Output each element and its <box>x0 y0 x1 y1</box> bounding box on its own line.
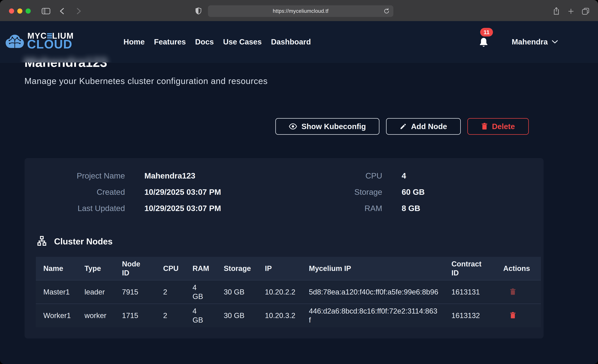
col-storage: Storage <box>216 257 257 280</box>
url-text: https://myceliumcloud.tf <box>273 8 329 14</box>
col-contract-id: Contract ID <box>444 257 496 280</box>
ram-value: 8 GB <box>402 204 518 213</box>
storage-label: Storage <box>351 188 382 197</box>
delete-node-button[interactable] <box>510 312 516 319</box>
forward-icon[interactable] <box>76 8 82 14</box>
cell-ram: 4 GB <box>185 304 216 327</box>
cluster-actions: Show Kubeconfig Add Node Delete <box>25 118 529 135</box>
new-tab-icon[interactable] <box>568 8 574 15</box>
col-ram: RAM <box>185 257 216 280</box>
project-name-value: Mahendra123 <box>144 171 332 181</box>
cell-name: Master1 <box>36 280 77 304</box>
created-value: 10/29/2025 03:07 PM <box>144 188 332 197</box>
cluster-details-card: Project Name Mahendra123 CPU 4 Created 1… <box>25 158 544 339</box>
cpu-value: 4 <box>402 171 518 181</box>
share-icon[interactable] <box>553 7 560 15</box>
col-actions: Actions <box>496 257 541 280</box>
created-label: Created <box>35 188 125 197</box>
nodes-table: Name Type Node ID CPU RAM Storage IP Myc… <box>36 257 541 327</box>
close-window-button[interactable] <box>9 8 14 14</box>
cell-storage: 30 GB <box>216 280 257 304</box>
cell-mycelium-ip: 446:d2a6:8bcd:8c16:ff0f:72e2:3114:863f <box>301 304 444 327</box>
browser-chrome: https://myceliumcloud.tf <box>0 0 598 21</box>
trash-icon <box>481 123 488 130</box>
col-cpu: CPU <box>156 257 185 280</box>
cell-ram: 4 GB <box>185 280 216 304</box>
reload-icon[interactable] <box>383 8 390 15</box>
delete-cluster-button[interactable]: Delete <box>467 118 529 135</box>
mycelium-cloud-logo-icon[interactable] <box>5 34 25 49</box>
cell-contract-id: 1613132 <box>444 304 496 327</box>
col-node-id: Node ID <box>115 257 156 280</box>
nav-use-cases[interactable]: Use Cases <box>223 38 262 46</box>
page-title-ghost: Mahendra123 <box>25 56 107 63</box>
node-row-worker1: Worker1 worker 1715 2 4 GB 30 GB 10.20.3… <box>36 304 541 327</box>
delete-node-button[interactable] <box>510 288 516 296</box>
cell-ip: 10.20.2.2 <box>257 280 301 304</box>
notifications-button[interactable]: 11 <box>479 37 494 49</box>
delete-label: Delete <box>492 122 515 131</box>
notification-count-badge: 11 <box>480 28 493 36</box>
add-node-button[interactable]: Add Node <box>386 118 461 135</box>
cell-type: leader <box>77 280 115 304</box>
project-name-label: Project Name <box>35 171 125 181</box>
node-row-master1: Master1 leader 7915 2 4 GB 30 GB 10.20.2… <box>36 280 541 304</box>
cell-type: worker <box>77 304 115 327</box>
nodes-table-header: Name Type Node ID CPU RAM Storage IP Myc… <box>36 257 541 280</box>
cell-contract-id: 1613131 <box>444 280 496 304</box>
page-subtitle: Manage your Kubernetes cluster configura… <box>25 76 268 86</box>
cell-actions <box>496 304 541 327</box>
pencil-icon <box>400 123 407 130</box>
ram-label: RAM <box>351 204 382 213</box>
cell-ip: 10.20.3.2 <box>257 304 301 327</box>
back-icon[interactable] <box>59 8 65 14</box>
chevron-down-icon <box>552 40 558 44</box>
nav-dashboard[interactable]: Dashboard <box>271 38 311 46</box>
privacy-shield-icon[interactable] <box>195 8 201 14</box>
nav-home[interactable]: Home <box>124 38 145 46</box>
nav-features[interactable]: Features <box>154 38 186 46</box>
address-bar[interactable]: https://myceliumcloud.tf <box>208 5 393 17</box>
cell-actions <box>496 280 541 304</box>
trash-icon <box>510 312 516 319</box>
col-mycelium-ip: Mycelium IP <box>301 257 444 280</box>
col-name: Name <box>36 257 77 280</box>
cluster-info: Project Name Mahendra123 CPU 4 Created 1… <box>35 171 518 213</box>
cell-cpu: 2 <box>156 304 185 327</box>
user-menu[interactable]: Mahendra <box>512 21 558 63</box>
last-updated-label: Last Updated <box>35 204 125 213</box>
network-nodes-icon <box>36 236 48 247</box>
cluster-nodes-section-header: Cluster Nodes <box>36 236 113 247</box>
show-kubeconfig-label: Show Kubeconfig <box>301 122 366 131</box>
cell-storage: 30 GB <box>216 304 257 327</box>
eye-icon <box>289 124 297 129</box>
tab-overview-icon[interactable] <box>582 8 589 15</box>
cpu-label: CPU <box>351 171 382 181</box>
cell-name: Worker1 <box>36 304 77 327</box>
zoom-window-button[interactable] <box>25 8 31 14</box>
cell-cpu: 2 <box>156 280 185 304</box>
user-name: Mahendra <box>512 37 548 46</box>
cell-node-id: 7915 <box>115 280 156 304</box>
minimize-window-button[interactable] <box>17 8 22 14</box>
browser-window: https://myceliumcloud.tf Mahendra123 Man… <box>0 0 598 364</box>
show-kubeconfig-button[interactable]: Show Kubeconfig <box>275 118 379 135</box>
nav-links: Home Features Docs Use Cases Dashboard <box>124 21 311 63</box>
trash-icon <box>510 288 516 295</box>
add-node-label: Add Node <box>411 122 447 131</box>
site-navbar: Mahendra123 MYCLIUM CLOUD Home Features … <box>0 21 598 63</box>
col-type: Type <box>77 257 115 280</box>
page-viewport: Mahendra123 Manage your Kubernetes clust… <box>0 21 598 364</box>
cell-mycelium-ip: 5d8:78ea:a120:f40c:ff0f:a5fe:99e6:8b96 <box>301 280 444 304</box>
last-updated-value: 10/29/2025 03:07 PM <box>144 204 332 213</box>
sidebar-toggle-icon[interactable] <box>42 8 50 14</box>
storage-value: 60 GB <box>402 188 518 197</box>
cluster-nodes-title: Cluster Nodes <box>54 236 113 246</box>
nav-docs[interactable]: Docs <box>195 38 214 46</box>
bell-icon <box>479 37 489 48</box>
cell-node-id: 1715 <box>115 304 156 327</box>
col-ip: IP <box>257 257 301 280</box>
logo-wordmark-line2[interactable]: CLOUD <box>27 38 72 50</box>
